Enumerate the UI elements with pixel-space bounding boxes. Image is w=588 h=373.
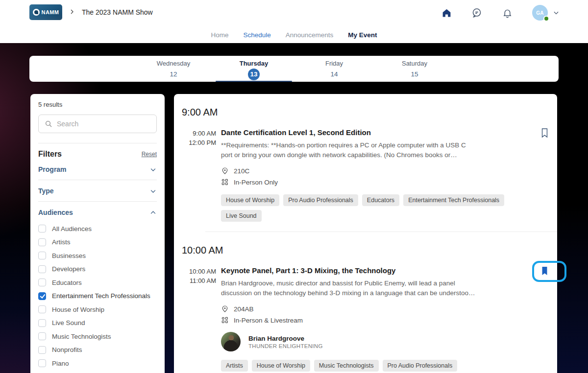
chevron-down-icon xyxy=(553,9,560,16)
event-dante-level-1[interactable]: 9:00 AM 12:00 PM Dante Certification Lev… xyxy=(174,128,557,222)
speaker-company: THUNDER ENLIGHTENING xyxy=(248,343,323,349)
day-tab-wednesday[interactable]: Wednesday 12 xyxy=(133,56,214,82)
day-date: 14 xyxy=(330,69,338,80)
checkbox-house-of-worship[interactable]: House of Worship xyxy=(38,305,157,313)
presence-dot xyxy=(543,16,549,22)
nav-schedule[interactable]: Schedule xyxy=(243,31,270,39)
checkbox-entertainment-tech-professionals[interactable]: Entertainment Tech Professionals xyxy=(38,292,157,300)
bookmark-filled-icon xyxy=(540,266,549,276)
tag: Educators xyxy=(362,194,399,206)
bookmark-button[interactable] xyxy=(539,128,550,140)
event-times: 10:00 AM 11:00 AM xyxy=(174,266,216,373)
speaker-row[interactable]: Brian Hardgroove THUNDER ENLIGHTENING xyxy=(221,332,535,351)
day-name: Saturday xyxy=(402,60,427,67)
checkbox-businesses[interactable]: Businesses xyxy=(38,252,157,259)
checkbox-label: Businesses xyxy=(52,252,86,259)
tag: Live Sound xyxy=(221,210,262,222)
event-keynote-panel[interactable]: 10:00 AM 11:00 AM Keynote Panel, Part 1:… xyxy=(174,266,557,373)
namm-logo-text: NAMM xyxy=(42,9,59,15)
event-location: 204AB xyxy=(234,305,254,313)
filters-title: Filters xyxy=(38,150,62,159)
event-format: In-Person Only xyxy=(234,179,278,186)
event-tags: Artists House of Worship Music Technolog… xyxy=(221,360,535,373)
day-name: Friday xyxy=(325,60,343,67)
home-icon[interactable] xyxy=(441,7,452,18)
brand-row: NAMM The 2023 NAMM Show xyxy=(29,4,153,20)
avatar[interactable]: GA xyxy=(532,5,548,21)
bookmark-outline-icon xyxy=(540,128,549,138)
filter-group-label: Program xyxy=(38,165,67,173)
checkbox-label: Piano xyxy=(52,360,69,367)
format-grid-icon xyxy=(221,316,229,324)
checkbox[interactable] xyxy=(38,305,46,313)
results-count: 5 results xyxy=(38,101,157,108)
event-location: 210C xyxy=(234,167,249,175)
selected-day-underline xyxy=(216,81,292,82)
checkbox-nonprofits[interactable]: Nonprofits xyxy=(38,346,157,354)
checkbox-checked[interactable] xyxy=(38,292,46,300)
checkbox[interactable] xyxy=(38,279,46,286)
tag: Entertainment Tech Professionals xyxy=(403,194,504,206)
checkbox-label: Nonprofits xyxy=(52,346,82,353)
nav-my-event[interactable]: My Event xyxy=(348,31,377,39)
checkbox-piano[interactable]: Piano xyxy=(38,359,157,367)
checkbox[interactable] xyxy=(38,265,46,273)
event-description: Brian Hardgroove, music director and bas… xyxy=(221,279,476,298)
search-icon xyxy=(45,120,52,128)
checkbox[interactable] xyxy=(38,252,46,259)
audiences-checklist: All Audiences Artists Businesses Develop… xyxy=(38,225,157,373)
event-location-row: 204AB xyxy=(221,305,535,313)
checkbox[interactable] xyxy=(38,359,46,367)
event-description: **Requirements: **Hands-on portion requi… xyxy=(221,140,476,160)
top-nav: Home Schedule Announcements My Event xyxy=(0,31,588,39)
checkbox-educators[interactable]: Educators xyxy=(38,279,157,286)
account-menu[interactable]: GA xyxy=(532,5,560,21)
tag: Artists xyxy=(221,360,248,372)
breadcrumb: The 2023 NAMM Show xyxy=(82,8,153,16)
day-tab-thursday[interactable]: Thursday 13 xyxy=(214,56,294,82)
checkbox-label: House of Worship xyxy=(52,306,104,313)
time-section-header: 10:00 AM xyxy=(174,239,557,256)
checkbox[interactable] xyxy=(38,238,46,246)
location-pin-icon xyxy=(221,167,229,175)
checkbox[interactable] xyxy=(38,225,46,233)
search-input[interactable] xyxy=(57,120,150,128)
event-start-time: 9:00 AM xyxy=(174,129,216,138)
checkbox-artists[interactable]: Artists xyxy=(38,238,157,246)
time-section-9am: 9:00 AM 9:00 AM 12:00 PM Dante Certifica… xyxy=(174,94,557,232)
namm-logo[interactable]: NAMM xyxy=(29,4,62,20)
event-tags: House of Worship Pro Audio Professionals… xyxy=(221,194,535,222)
filter-group-type[interactable]: Type xyxy=(38,180,157,202)
event-title[interactable]: Dante Certification Level 1, Second Edit… xyxy=(221,128,535,138)
checkbox-label: Artists xyxy=(52,238,71,246)
tag: Pro Audio Professionals xyxy=(383,360,458,372)
event-start-time: 10:00 AM xyxy=(174,267,216,276)
search-box[interactable] xyxy=(38,115,157,133)
speaker-avatar xyxy=(221,332,241,351)
filter-group-program[interactable]: Program xyxy=(38,159,157,180)
chat-icon[interactable] xyxy=(471,7,482,18)
event-title[interactable]: Keynote Panel, Part 1: 3-D Mixing, the T… xyxy=(221,266,535,276)
day-name: Thursday xyxy=(240,60,269,67)
checkbox-all-audiences[interactable]: All Audiences xyxy=(38,225,157,233)
event-format-row: In-Person & Livestream xyxy=(221,316,535,324)
checkbox[interactable] xyxy=(38,332,46,340)
app-header: NAMM The 2023 NAMM Show Home Schedule An… xyxy=(0,0,588,43)
nav-home[interactable]: Home xyxy=(211,31,228,39)
day-tab-saturday[interactable]: Saturday 15 xyxy=(374,56,455,82)
checkbox[interactable] xyxy=(38,346,46,354)
bookmark-button-active[interactable] xyxy=(539,266,550,279)
event-format: In-Person & Livestream xyxy=(234,317,303,324)
checkbox-label: Entertainment Tech Professionals xyxy=(52,292,150,300)
checkbox[interactable] xyxy=(38,319,46,327)
filter-group-audiences[interactable]: Audiences xyxy=(38,202,157,223)
divider xyxy=(38,143,157,143)
day-tab-friday[interactable]: Friday 14 xyxy=(294,56,374,82)
bell-icon[interactable] xyxy=(502,7,513,18)
checkbox-live-sound[interactable]: Live Sound xyxy=(38,319,157,327)
tag: Pro Audio Professionals xyxy=(283,194,358,206)
checkbox-music-technologists[interactable]: Music Technologists xyxy=(38,332,157,340)
nav-announcements[interactable]: Announcements xyxy=(286,31,334,39)
checkbox-developers[interactable]: Developers xyxy=(38,265,157,273)
reset-filters-link[interactable]: Reset xyxy=(142,151,157,158)
